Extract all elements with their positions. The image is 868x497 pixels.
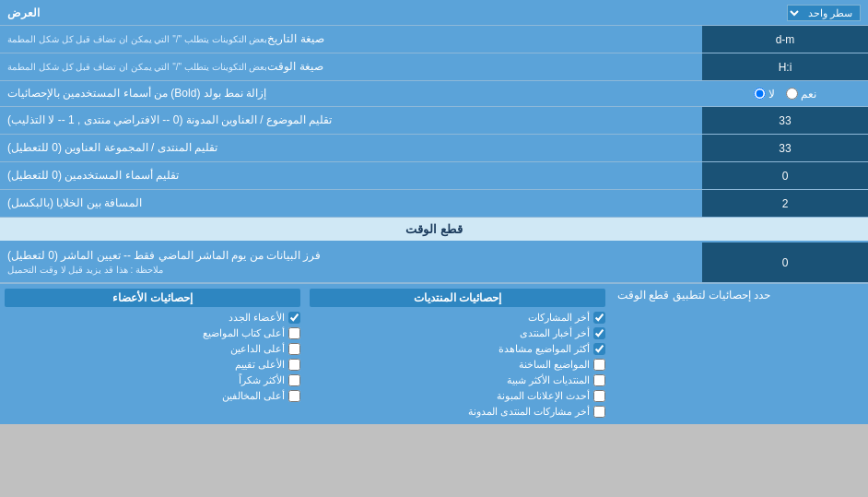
header-row: سطر واحد سطرين ثلاثة أسطر العرض — [0, 0, 868, 26]
topic-subject-input[interactable] — [707, 114, 863, 127]
realtime-input-wrap[interactable] — [702, 243, 868, 282]
members-col-title: إحصائيات الأعضاء — [5, 289, 300, 307]
checkbox-member-4[interactable] — [288, 359, 300, 371]
checkbox-forum-5[interactable] — [593, 374, 605, 386]
radio-no[interactable] — [754, 88, 766, 100]
date-format-label: صيغة التاريخ بعض التكوينات يتطلب "/" الت… — [0, 26, 702, 53]
time-format-row: صيغة الوقت بعض التكوينات يتطلب "/" التي … — [0, 53, 868, 81]
checkbox-forum-6[interactable] — [593, 390, 605, 402]
checkbox-forum-3[interactable] — [593, 343, 605, 355]
bold-remove-row: نعم لا إزالة نمط بولد (Bold) من أسماء ال… — [0, 81, 868, 107]
time-format-label: صيغة الوقت بعض التكوينات يتطلب "/" التي … — [0, 53, 702, 80]
list-item: المواضيع الساخنة — [310, 357, 605, 373]
realtime-row: فرز البيانات من يوم الماشر الماضي فقط --… — [0, 243, 868, 283]
usernames-input[interactable] — [707, 170, 863, 183]
checkbox-member-5[interactable] — [288, 374, 300, 386]
list-item: أخر أخبار المنتدى — [310, 325, 605, 341]
stats-columns: إحصائيات المنتديات أخر المشاركات أخر أخب… — [0, 284, 610, 424]
cells-gap-label: المسافة بين الخلايا (بالبكسل) — [0, 190, 702, 217]
time-format-input[interactable] — [707, 61, 863, 74]
list-item: الأكثر شكراً — [5, 373, 300, 388]
list-item: أعلى المخالفين — [5, 388, 300, 404]
radio-yes[interactable] — [786, 88, 798, 100]
date-format-row: صيغة التاريخ بعض التكوينات يتطلب "/" الت… — [0, 26, 868, 53]
checkbox-forum-1[interactable] — [593, 312, 605, 324]
list-item: أعلى كتاب المواضيع — [5, 325, 300, 341]
stats-col-members: إحصائيات الأعضاء الأعضاء الجدد أعلى كتاب… — [5, 289, 300, 420]
cells-gap-input[interactable] — [707, 197, 863, 210]
realtime-section-header: قطع الوقت — [0, 218, 868, 243]
lines-select[interactable]: سطر واحد سطرين ثلاثة أسطر — [787, 5, 861, 21]
checkbox-member-1[interactable] — [288, 312, 300, 324]
checkbox-forum-2[interactable] — [593, 327, 605, 339]
bold-remove-input-wrap: نعم لا — [702, 85, 868, 103]
select-wrap[interactable]: سطر واحد سطرين ثلاثة أسطر — [787, 5, 861, 21]
list-item: الأعلى تقييم — [5, 357, 300, 373]
realtime-label: فرز البيانات من يوم الماشر الماضي فقط --… — [0, 243, 702, 282]
bold-remove-label: إزالة نمط بولد (Bold) من أسماء المستخدمي… — [0, 81, 702, 106]
radio-no-label[interactable]: لا — [754, 88, 775, 101]
topic-subject-input-wrap[interactable] — [702, 107, 868, 134]
forums-col-title: إحصائيات المنتديات — [310, 289, 605, 307]
stats-section: حدد إحصائيات لتطبيق قطع الوقت إحصائيات ا… — [0, 283, 868, 424]
header-title: العرض — [7, 6, 40, 19]
usernames-label: تقليم أسماء المستخدمين (0 للتعطيل) — [0, 162, 702, 189]
list-item: أحدث الإعلانات المبونة — [310, 388, 605, 404]
checkbox-member-6[interactable] — [288, 390, 300, 402]
checkbox-forum-7[interactable] — [593, 406, 605, 418]
forum-group-row: تقليم المنتدى / المجموعة العناوين (0 للت… — [0, 135, 868, 162]
list-item: أكثر المواضيع مشاهدة — [310, 341, 605, 357]
cells-gap-row: المسافة بين الخلايا (بالبكسل) — [0, 190, 868, 218]
list-item: المنتديات الأكثر شبية — [310, 373, 605, 388]
list-item: أعلى الداعين — [5, 341, 300, 357]
date-format-input[interactable] — [707, 33, 863, 46]
checkbox-forum-4[interactable] — [593, 359, 605, 371]
radio-yes-label[interactable]: نعم — [786, 88, 816, 101]
forum-group-input-wrap[interactable] — [702, 135, 868, 161]
time-format-input-wrap[interactable] — [702, 53, 868, 80]
cells-gap-input-wrap[interactable] — [702, 190, 868, 217]
main-container: سطر واحد سطرين ثلاثة أسطر العرض صيغة الت… — [0, 0, 868, 424]
usernames-row: تقليم أسماء المستخدمين (0 للتعطيل) — [0, 162, 868, 190]
stats-col-forums: إحصائيات المنتديات أخر المشاركات أخر أخب… — [310, 289, 605, 420]
date-format-input-wrap[interactable] — [702, 26, 868, 53]
list-item: الأعضاء الجدد — [5, 310, 300, 325]
list-item: أخر مشاركات المنتدى المدونة — [310, 404, 605, 420]
topic-subject-row: تقليم الموضوع / العناوين المدونة (0 -- ا… — [0, 107, 868, 135]
topic-subject-label: تقليم الموضوع / العناوين المدونة (0 -- ا… — [0, 107, 702, 134]
checkbox-member-3[interactable] — [288, 343, 300, 355]
forum-group-label: تقليم المنتدى / المجموعة العناوين (0 للت… — [0, 135, 702, 161]
stats-section-label: حدد إحصائيات لتطبيق قطع الوقت — [610, 284, 868, 424]
list-item: أخر المشاركات — [310, 310, 605, 325]
realtime-input[interactable] — [707, 256, 863, 269]
usernames-input-wrap[interactable] — [702, 162, 868, 189]
checkbox-member-2[interactable] — [288, 327, 300, 339]
forum-group-input[interactable] — [707, 142, 863, 155]
